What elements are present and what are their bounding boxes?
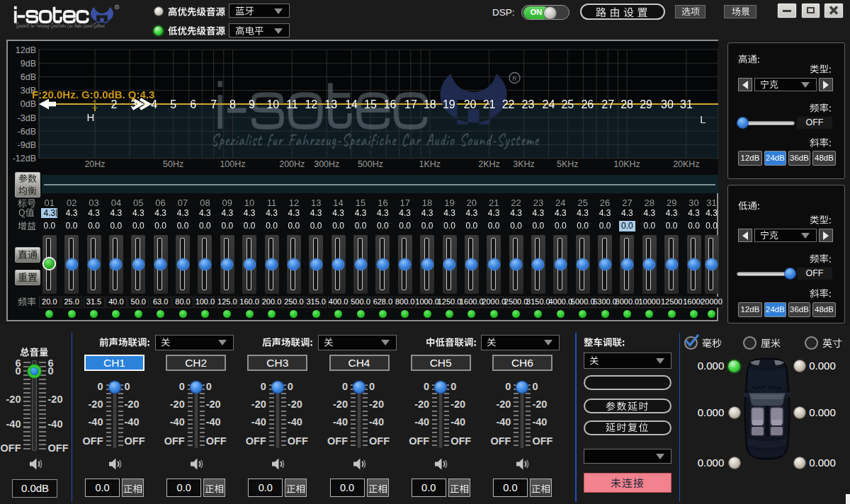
svg-text:25: 25 — [561, 98, 574, 110]
svg-text:5: 5 — [170, 98, 176, 110]
svg-text:28: 28 — [620, 98, 633, 110]
svg-text:20: 20 — [464, 98, 477, 110]
svg-text:30: 30 — [661, 98, 674, 110]
svg-text:16: 16 — [384, 98, 397, 110]
svg-text:29: 29 — [640, 98, 652, 110]
svg-text:21: 21 — [483, 98, 496, 110]
svg-text:15: 15 — [364, 98, 377, 110]
svg-text:19: 19 — [443, 98, 455, 110]
svg-text:27: 27 — [601, 98, 614, 110]
svg-text:13: 13 — [324, 98, 337, 110]
svg-text:24: 24 — [543, 98, 555, 110]
svg-text:12: 12 — [305, 98, 317, 110]
svg-text:10: 10 — [266, 98, 279, 110]
svg-text:18: 18 — [424, 98, 436, 110]
svg-text:7: 7 — [210, 98, 217, 110]
svg-text:9: 9 — [249, 98, 255, 110]
svg-text:17: 17 — [404, 98, 417, 110]
svg-text:11: 11 — [286, 98, 298, 110]
svg-text:6: 6 — [190, 98, 196, 110]
svg-text:14: 14 — [345, 98, 358, 110]
svg-text:26: 26 — [581, 98, 594, 110]
svg-text:23: 23 — [522, 98, 535, 110]
svg-text:R: R — [512, 75, 517, 82]
svg-text:31: 31 — [680, 98, 693, 110]
svg-text:F:20.0Hz. G:0.0dB. Q:4.3: F:20.0Hz. G:0.0dB. Q:4.3 — [32, 88, 154, 101]
svg-text:22: 22 — [502, 98, 515, 110]
svg-text:H: H — [87, 111, 95, 123]
svg-text:L: L — [700, 113, 706, 125]
svg-text:8: 8 — [230, 98, 236, 110]
